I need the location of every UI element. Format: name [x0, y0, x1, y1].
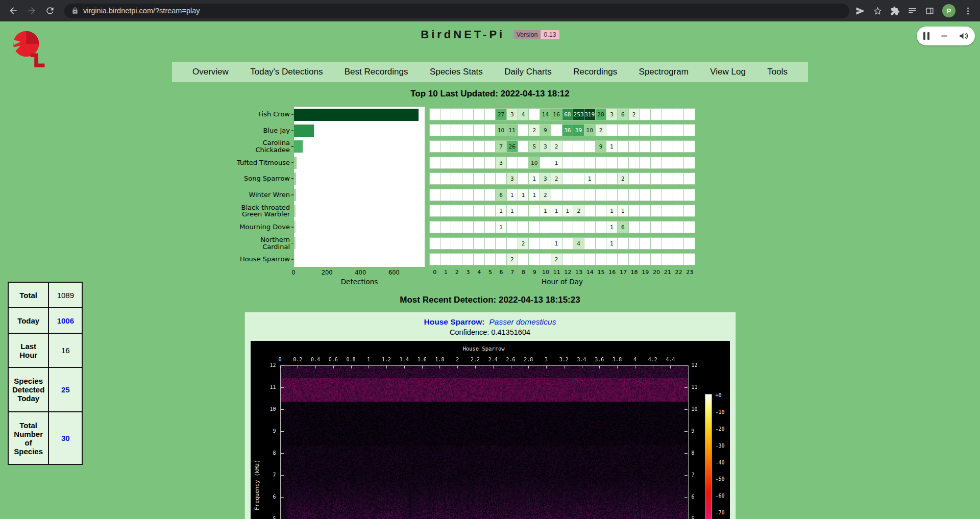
heatmap-cell: 1 [584, 172, 596, 185]
heatmap-cell: 2 [629, 108, 640, 120]
hour-axis-tick: 13 [573, 269, 584, 276]
heatmap-cell [451, 108, 462, 120]
forward-arrow-icon [27, 6, 37, 16]
url-text: virginia.birdnetpi.com/?stream=play [83, 7, 200, 15]
spectrogram-y-tick-left: 12 [259, 362, 276, 368]
nav-item-spectrogram[interactable]: Spectrogram [639, 67, 689, 77]
heatmap-cell [662, 172, 673, 185]
nav-item-recordings[interactable]: Recordings [573, 67, 617, 77]
detections-bar [294, 109, 419, 121]
reading-list-icon[interactable] [908, 6, 917, 16]
nav-item-species-stats[interactable]: Species Stats [430, 67, 483, 77]
volume-icon[interactable] [959, 31, 968, 41]
nav-item-today-s-detections[interactable]: Today's Detections [250, 67, 323, 77]
audio-player[interactable] [917, 27, 975, 45]
reload-button[interactable] [42, 3, 58, 19]
y-tick-mark [684, 431, 688, 432]
heatmap-cell: 39 [573, 124, 584, 136]
send-icon[interactable] [855, 6, 865, 16]
heatmap-cell [518, 221, 529, 233]
spectrogram-y-tick-right: 6 [692, 494, 709, 500]
nav-item-best-recordings[interactable]: Best Recordings [345, 67, 408, 77]
stats-value-cell: 16 [48, 333, 82, 367]
hour-axis-tick: 10 [540, 269, 551, 276]
heatmap-cell [596, 237, 607, 250]
species-common-link[interactable]: House Sparrow: [424, 317, 485, 326]
back-button[interactable] [5, 3, 21, 19]
colorbar-tick: +0 [716, 392, 722, 398]
side-panel-icon[interactable] [925, 6, 935, 16]
heatmap-cell [551, 189, 562, 201]
heatmap-cell [496, 253, 507, 265]
heatmap-cell [618, 157, 629, 169]
stats-row: Total Number of Species30 [8, 412, 82, 464]
extensions-puzzle-icon[interactable] [890, 6, 900, 16]
spectrogram-image[interactable]: House Sparrow Frequency (kHz) 00.20.40.6… [251, 341, 730, 519]
hour-axis-tick: 8 [518, 269, 529, 276]
heatmap-cell [651, 108, 662, 120]
heatmap-cell [629, 189, 640, 201]
spectrogram-y-tick-right: 10 [692, 406, 709, 412]
stats-label: Species Detected Today [8, 367, 48, 412]
heatmap-cell [429, 157, 440, 169]
heatmap-cell [640, 189, 651, 201]
heatmap-cell [474, 221, 485, 233]
species-label: Northern Cardinal [232, 235, 293, 252]
stats-label: Last Hour [8, 333, 48, 367]
heatmap-cell [673, 140, 684, 153]
heatmap-cell [429, 124, 440, 136]
stats-value-link[interactable]: 30 [61, 434, 70, 442]
heatmap-cell [440, 140, 452, 153]
spectrogram-y-tick-right: 9 [692, 428, 709, 434]
back-arrow-icon [8, 6, 18, 16]
heatmap-cell [485, 221, 496, 233]
spectrogram-x-tick: 0.8 [347, 357, 356, 362]
spectrogram-x-tick: 2 [456, 357, 459, 362]
menu-dots-icon[interactable] [963, 6, 973, 16]
hour-axis-tick: 0 [429, 269, 440, 276]
heatmap-cell [618, 253, 629, 265]
profile-avatar[interactable]: P [942, 4, 955, 17]
nav-item-daily-charts[interactable]: Daily Charts [504, 67, 552, 77]
heatmap-cell [662, 140, 673, 153]
heatmap-cell [684, 140, 695, 153]
stats-value-link[interactable]: 25 [61, 385, 70, 394]
heatmap-cell [429, 253, 440, 265]
species-label-column: Fish CrowBlue JayCarolina ChickadeeTufte… [232, 106, 293, 267]
heatmap-cell [629, 140, 640, 153]
heatmap-cell [518, 253, 529, 265]
species-label: Song Sparrow [232, 170, 293, 187]
heatmap-cell: 1 [496, 205, 507, 217]
nav-item-overview[interactable]: Overview [192, 67, 229, 77]
heatmap-cell: 1 [606, 237, 618, 250]
stats-label: Today [8, 308, 48, 333]
pause-icon[interactable] [923, 32, 929, 40]
bookmark-star-icon[interactable] [873, 6, 883, 16]
heatmap-cell [440, 157, 452, 169]
frequency-axis-label: Frequency (kHz) [254, 460, 260, 510]
species-scientific-link[interactable]: Passer domesticus [489, 317, 556, 326]
x-tick-mark [369, 365, 369, 368]
heatmap-cell [451, 253, 462, 265]
heatmap-cell [440, 124, 452, 136]
heatmap-cell: 3 [540, 140, 551, 153]
address-bar[interactable]: virginia.birdnetpi.com/?stream=play [64, 4, 849, 18]
heatmap-cell [474, 205, 485, 217]
forward-button[interactable] [23, 3, 40, 19]
x-tick-mark [475, 365, 476, 368]
heatmap-cell [673, 189, 684, 201]
heatmap-cell [673, 108, 684, 120]
heatmap-cell [462, 124, 474, 136]
nav-item-view-log[interactable]: View Log [710, 67, 746, 77]
heatmap-cell: 1 [606, 205, 618, 217]
heatmap-cell: 2 [596, 124, 607, 136]
heatmap-cell [684, 253, 695, 265]
heatmap-cell [573, 189, 584, 201]
stats-value-link[interactable]: 1006 [57, 316, 74, 325]
hour-axis-tick: 20 [651, 269, 662, 276]
stats-value-cell: 30 [48, 412, 82, 464]
heatmap-cell [518, 205, 529, 217]
heatmap-cell [606, 253, 618, 265]
nav-item-tools[interactable]: Tools [767, 67, 788, 77]
spectrogram-x-tick: 0.6 [329, 357, 338, 362]
